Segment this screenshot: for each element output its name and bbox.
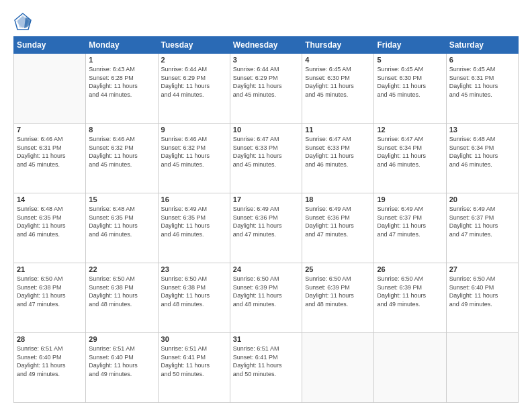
week-row-2: 7Sunrise: 6:46 AM Sunset: 6:31 PM Daylig… (14, 124, 519, 193)
day-number: 8 (89, 126, 154, 134)
cell-content: Sunrise: 6:49 AM Sunset: 6:35 PM Dayligh… (161, 205, 227, 238)
cell-content: Sunrise: 6:50 AM Sunset: 6:38 PM Dayligh… (161, 275, 227, 308)
day-number: 7 (17, 126, 83, 134)
cell-content: Sunrise: 6:49 AM Sunset: 6:36 PM Dayligh… (305, 205, 371, 238)
day-number: 12 (377, 126, 443, 134)
day-number: 11 (305, 126, 371, 134)
day-number: 31 (233, 335, 299, 343)
cell-content: Sunrise: 6:51 AM Sunset: 6:40 PM Dayligh… (17, 345, 83, 378)
col-header-saturday: Saturday (446, 37, 518, 54)
cell-content: Sunrise: 6:48 AM Sunset: 6:34 PM Dayligh… (449, 135, 515, 169)
calendar-cell: 10Sunrise: 6:47 AM Sunset: 6:33 PM Dayli… (230, 124, 302, 193)
calendar-cell: 13Sunrise: 6:48 AM Sunset: 6:34 PM Dayli… (446, 124, 518, 193)
day-number: 24 (233, 265, 299, 273)
cell-content: Sunrise: 6:46 AM Sunset: 6:32 PM Dayligh… (89, 135, 154, 169)
day-number: 13 (449, 126, 515, 134)
day-number: 5 (377, 56, 443, 64)
day-number: 23 (161, 265, 227, 273)
col-header-friday: Friday (374, 37, 446, 54)
calendar-cell: 27Sunrise: 6:50 AM Sunset: 6:40 PM Dayli… (446, 263, 518, 333)
page: SundayMondayTuesdayWednesdayThursdayFrid… (0, 0, 532, 411)
day-number: 28 (17, 335, 83, 343)
calendar-cell: 23Sunrise: 6:50 AM Sunset: 6:38 PM Dayli… (158, 263, 230, 333)
cell-content: Sunrise: 6:44 AM Sunset: 6:29 PM Dayligh… (161, 65, 227, 99)
col-header-sunday: Sunday (14, 37, 86, 54)
calendar-cell: 28Sunrise: 6:51 AM Sunset: 6:40 PM Dayli… (14, 333, 86, 403)
day-number: 29 (89, 335, 154, 343)
calendar-cell: 12Sunrise: 6:47 AM Sunset: 6:34 PM Dayli… (374, 124, 446, 193)
cell-content: Sunrise: 6:50 AM Sunset: 6:38 PM Dayligh… (89, 275, 154, 308)
day-number: 2 (161, 56, 227, 64)
cell-content: Sunrise: 6:48 AM Sunset: 6:35 PM Dayligh… (17, 205, 83, 238)
day-number: 22 (89, 265, 154, 273)
day-number: 1 (89, 56, 154, 64)
day-number: 17 (233, 195, 299, 203)
cell-content: Sunrise: 6:50 AM Sunset: 6:40 PM Dayligh… (449, 275, 515, 308)
cell-content: Sunrise: 6:50 AM Sunset: 6:39 PM Dayligh… (377, 275, 443, 308)
calendar-cell (14, 54, 86, 124)
header-row: SundayMondayTuesdayWednesdayThursdayFrid… (14, 37, 519, 54)
cell-content: Sunrise: 6:49 AM Sunset: 6:37 PM Dayligh… (377, 205, 443, 238)
cell-content: Sunrise: 6:48 AM Sunset: 6:35 PM Dayligh… (89, 205, 154, 238)
header (13, 12, 519, 31)
cell-content: Sunrise: 6:50 AM Sunset: 6:39 PM Dayligh… (305, 275, 371, 308)
calendar-cell: 7Sunrise: 6:46 AM Sunset: 6:31 PM Daylig… (14, 124, 86, 193)
cell-content: Sunrise: 6:51 AM Sunset: 6:40 PM Dayligh… (89, 345, 154, 378)
calendar-cell: 3Sunrise: 6:44 AM Sunset: 6:29 PM Daylig… (230, 54, 302, 124)
day-number: 19 (377, 195, 443, 203)
week-row-3: 14Sunrise: 6:48 AM Sunset: 6:35 PM Dayli… (14, 193, 519, 263)
logo-icon (13, 12, 32, 31)
cell-content: Sunrise: 6:44 AM Sunset: 6:29 PM Dayligh… (233, 65, 299, 99)
cell-content: Sunrise: 6:43 AM Sunset: 6:28 PM Dayligh… (89, 65, 154, 99)
calendar-cell: 31Sunrise: 6:51 AM Sunset: 6:41 PM Dayli… (230, 333, 302, 403)
day-number: 15 (89, 195, 154, 203)
calendar-cell: 6Sunrise: 6:45 AM Sunset: 6:31 PM Daylig… (446, 54, 518, 124)
calendar-cell: 11Sunrise: 6:47 AM Sunset: 6:33 PM Dayli… (302, 124, 374, 193)
calendar-cell: 30Sunrise: 6:51 AM Sunset: 6:41 PM Dayli… (158, 333, 230, 403)
calendar-cell: 21Sunrise: 6:50 AM Sunset: 6:38 PM Dayli… (14, 263, 86, 333)
logo (13, 12, 35, 31)
calendar-cell: 8Sunrise: 6:46 AM Sunset: 6:32 PM Daylig… (86, 124, 158, 193)
calendar-cell: 18Sunrise: 6:49 AM Sunset: 6:36 PM Dayli… (302, 193, 374, 263)
day-number: 30 (161, 335, 227, 343)
calendar-cell: 20Sunrise: 6:49 AM Sunset: 6:37 PM Dayli… (446, 193, 518, 263)
calendar-cell (374, 333, 446, 403)
calendar-cell: 26Sunrise: 6:50 AM Sunset: 6:39 PM Dayli… (374, 263, 446, 333)
day-number: 6 (449, 56, 515, 64)
cell-content: Sunrise: 6:49 AM Sunset: 6:36 PM Dayligh… (233, 205, 299, 238)
day-number: 18 (305, 195, 371, 203)
calendar-cell: 29Sunrise: 6:51 AM Sunset: 6:40 PM Dayli… (86, 333, 158, 403)
calendar-cell: 9Sunrise: 6:46 AM Sunset: 6:32 PM Daylig… (158, 124, 230, 193)
day-number: 14 (17, 195, 83, 203)
calendar-cell: 15Sunrise: 6:48 AM Sunset: 6:35 PM Dayli… (86, 193, 158, 263)
day-number: 3 (233, 56, 299, 64)
calendar-cell: 22Sunrise: 6:50 AM Sunset: 6:38 PM Dayli… (86, 263, 158, 333)
day-number: 10 (233, 126, 299, 134)
week-row-4: 21Sunrise: 6:50 AM Sunset: 6:38 PM Dayli… (14, 263, 519, 333)
day-number: 9 (161, 126, 227, 134)
calendar-table: SundayMondayTuesdayWednesdayThursdayFrid… (13, 36, 519, 403)
day-number: 25 (305, 265, 371, 273)
col-header-monday: Monday (86, 37, 158, 54)
day-number: 27 (449, 265, 515, 273)
calendar-cell: 2Sunrise: 6:44 AM Sunset: 6:29 PM Daylig… (158, 54, 230, 124)
calendar-cell: 16Sunrise: 6:49 AM Sunset: 6:35 PM Dayli… (158, 193, 230, 263)
calendar-cell: 19Sunrise: 6:49 AM Sunset: 6:37 PM Dayli… (374, 193, 446, 263)
day-number: 16 (161, 195, 227, 203)
day-number: 4 (305, 56, 371, 64)
calendar-cell: 5Sunrise: 6:45 AM Sunset: 6:30 PM Daylig… (374, 54, 446, 124)
cell-content: Sunrise: 6:47 AM Sunset: 6:34 PM Dayligh… (377, 135, 443, 169)
day-number: 21 (17, 265, 83, 273)
cell-content: Sunrise: 6:50 AM Sunset: 6:38 PM Dayligh… (17, 275, 83, 308)
cell-content: Sunrise: 6:45 AM Sunset: 6:30 PM Dayligh… (305, 65, 371, 99)
calendar-cell: 1Sunrise: 6:43 AM Sunset: 6:28 PM Daylig… (86, 54, 158, 124)
cell-content: Sunrise: 6:49 AM Sunset: 6:37 PM Dayligh… (449, 205, 515, 238)
cell-content: Sunrise: 6:47 AM Sunset: 6:33 PM Dayligh… (305, 135, 371, 169)
cell-content: Sunrise: 6:45 AM Sunset: 6:30 PM Dayligh… (377, 65, 443, 99)
calendar-cell (302, 333, 374, 403)
week-row-5: 28Sunrise: 6:51 AM Sunset: 6:40 PM Dayli… (14, 333, 519, 403)
cell-content: Sunrise: 6:46 AM Sunset: 6:32 PM Dayligh… (161, 135, 227, 169)
col-header-wednesday: Wednesday (230, 37, 302, 54)
cell-content: Sunrise: 6:50 AM Sunset: 6:39 PM Dayligh… (233, 275, 299, 308)
week-row-1: 1Sunrise: 6:43 AM Sunset: 6:28 PM Daylig… (14, 54, 519, 124)
